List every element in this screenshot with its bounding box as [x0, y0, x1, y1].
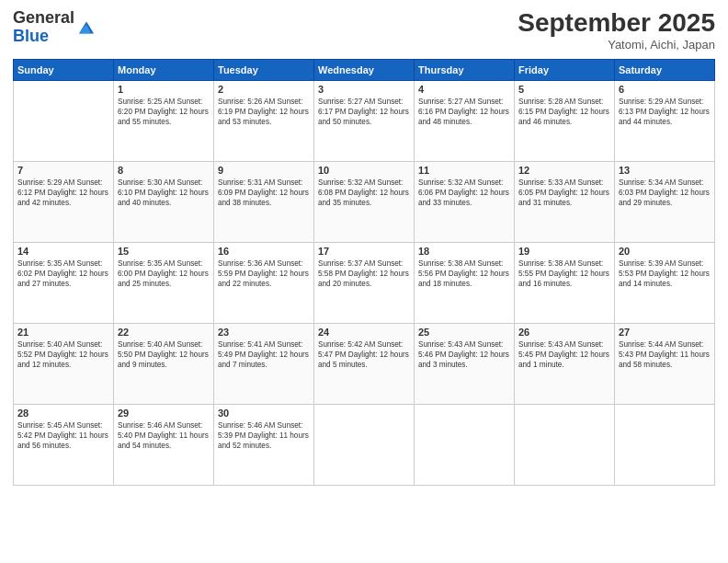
day-number: 16: [218, 246, 310, 257]
day-info: Sunrise: 5:38 AM Sunset: 5:55 PM Dayligh…: [518, 259, 610, 289]
day-info: Sunrise: 5:46 AM Sunset: 5:39 PM Dayligh…: [218, 420, 310, 451]
table-row: [314, 404, 415, 485]
calendar-week-row: 7Sunrise: 5:29 AM Sunset: 6:12 PM Daylig…: [14, 161, 715, 242]
table-row: 5Sunrise: 5:28 AM Sunset: 6:15 PM Daylig…: [515, 80, 615, 161]
day-number: 29: [118, 408, 210, 419]
day-number: 27: [619, 327, 711, 338]
day-info: Sunrise: 5:36 AM Sunset: 5:59 PM Dayligh…: [218, 259, 310, 289]
day-info: Sunrise: 5:35 AM Sunset: 6:00 PM Dayligh…: [118, 259, 210, 289]
calendar-table: Sunday Monday Tuesday Wednesday Thursday…: [13, 59, 715, 486]
day-info: Sunrise: 5:40 AM Sunset: 5:50 PM Dayligh…: [118, 339, 210, 370]
table-row: 29Sunrise: 5:46 AM Sunset: 5:40 PM Dayli…: [114, 404, 214, 485]
calendar-week-row: 28Sunrise: 5:45 AM Sunset: 5:42 PM Dayli…: [14, 404, 715, 485]
col-wednesday: Wednesday: [314, 59, 415, 80]
table-row: [515, 404, 615, 485]
title-block: September 2025 Yatomi, Aichi, Japan: [518, 9, 715, 52]
table-row: 10Sunrise: 5:32 AM Sunset: 6:08 PM Dayli…: [314, 161, 415, 242]
day-number: 1: [118, 84, 210, 95]
day-info: Sunrise: 5:32 AM Sunset: 6:08 PM Dayligh…: [318, 178, 410, 208]
table-row: 6Sunrise: 5:29 AM Sunset: 6:13 PM Daylig…: [615, 80, 715, 161]
table-row: 2Sunrise: 5:26 AM Sunset: 6:19 PM Daylig…: [214, 80, 314, 161]
table-row: 23Sunrise: 5:41 AM Sunset: 5:49 PM Dayli…: [214, 323, 314, 404]
col-monday: Monday: [114, 59, 214, 80]
day-number: 13: [619, 165, 711, 176]
day-number: 3: [318, 84, 410, 95]
table-row: 14Sunrise: 5:35 AM Sunset: 6:02 PM Dayli…: [14, 242, 114, 323]
table-row: 7Sunrise: 5:29 AM Sunset: 6:12 PM Daylig…: [14, 161, 114, 242]
day-number: 7: [17, 165, 109, 176]
calendar-header-row: Sunday Monday Tuesday Wednesday Thursday…: [14, 59, 715, 80]
day-number: 9: [218, 165, 310, 176]
table-row: [615, 404, 715, 485]
page-header: General Blue September 2025 Yatomi, Aich…: [13, 9, 715, 52]
day-number: 20: [619, 246, 711, 257]
logo-icon: [76, 17, 97, 38]
day-number: 26: [518, 327, 610, 338]
day-number: 2: [218, 84, 310, 95]
day-info: Sunrise: 5:46 AM Sunset: 5:40 PM Dayligh…: [118, 420, 210, 451]
day-info: Sunrise: 5:32 AM Sunset: 6:06 PM Dayligh…: [418, 178, 510, 208]
table-row: 17Sunrise: 5:37 AM Sunset: 5:58 PM Dayli…: [314, 242, 415, 323]
table-row: 30Sunrise: 5:46 AM Sunset: 5:39 PM Dayli…: [214, 404, 314, 485]
day-info: Sunrise: 5:43 AM Sunset: 5:46 PM Dayligh…: [418, 339, 510, 370]
table-row: [14, 80, 114, 161]
day-info: Sunrise: 5:30 AM Sunset: 6:10 PM Dayligh…: [118, 178, 210, 208]
day-number: 17: [318, 246, 410, 257]
table-row: 4Sunrise: 5:27 AM Sunset: 6:16 PM Daylig…: [415, 80, 515, 161]
day-number: 12: [518, 165, 610, 176]
table-row: 13Sunrise: 5:34 AM Sunset: 6:03 PM Dayli…: [615, 161, 715, 242]
col-sunday: Sunday: [14, 59, 114, 80]
table-row: 16Sunrise: 5:36 AM Sunset: 5:59 PM Dayli…: [214, 242, 314, 323]
day-info: Sunrise: 5:31 AM Sunset: 6:09 PM Dayligh…: [218, 178, 310, 208]
table-row: 9Sunrise: 5:31 AM Sunset: 6:09 PM Daylig…: [214, 161, 314, 242]
day-number: 23: [218, 327, 310, 338]
day-info: Sunrise: 5:27 AM Sunset: 6:16 PM Dayligh…: [418, 97, 510, 127]
day-number: 6: [619, 84, 711, 95]
table-row: 3Sunrise: 5:27 AM Sunset: 6:17 PM Daylig…: [314, 80, 415, 161]
day-info: Sunrise: 5:27 AM Sunset: 6:17 PM Dayligh…: [318, 97, 410, 127]
day-number: 8: [118, 165, 210, 176]
table-row: 22Sunrise: 5:40 AM Sunset: 5:50 PM Dayli…: [114, 323, 214, 404]
table-row: [415, 404, 515, 485]
day-info: Sunrise: 5:43 AM Sunset: 5:45 PM Dayligh…: [518, 339, 610, 370]
col-saturday: Saturday: [615, 59, 715, 80]
day-number: 28: [17, 408, 109, 419]
day-info: Sunrise: 5:40 AM Sunset: 5:52 PM Dayligh…: [17, 339, 109, 370]
table-row: 19Sunrise: 5:38 AM Sunset: 5:55 PM Dayli…: [515, 242, 615, 323]
day-number: 18: [418, 246, 510, 257]
day-info: Sunrise: 5:26 AM Sunset: 6:19 PM Dayligh…: [218, 97, 310, 127]
day-number: 22: [118, 327, 210, 338]
day-info: Sunrise: 5:37 AM Sunset: 5:58 PM Dayligh…: [318, 259, 410, 289]
location: Yatomi, Aichi, Japan: [518, 38, 715, 52]
day-info: Sunrise: 5:44 AM Sunset: 5:43 PM Dayligh…: [619, 339, 711, 370]
day-info: Sunrise: 5:25 AM Sunset: 6:20 PM Dayligh…: [118, 97, 210, 127]
day-number: 24: [318, 327, 410, 338]
logo: General Blue: [13, 9, 97, 46]
table-row: 18Sunrise: 5:38 AM Sunset: 5:56 PM Dayli…: [415, 242, 515, 323]
calendar-week-row: 14Sunrise: 5:35 AM Sunset: 6:02 PM Dayli…: [14, 242, 715, 323]
day-number: 15: [118, 246, 210, 257]
col-friday: Friday: [515, 59, 615, 80]
logo-blue-text: Blue: [13, 27, 49, 45]
logo-general-text: General: [13, 8, 74, 27]
day-info: Sunrise: 5:45 AM Sunset: 5:42 PM Dayligh…: [17, 420, 109, 451]
calendar-week-row: 1Sunrise: 5:25 AM Sunset: 6:20 PM Daylig…: [14, 80, 715, 161]
day-info: Sunrise: 5:42 AM Sunset: 5:47 PM Dayligh…: [318, 339, 410, 370]
day-info: Sunrise: 5:29 AM Sunset: 6:12 PM Dayligh…: [17, 178, 109, 208]
month-title: September 2025: [518, 9, 715, 38]
table-row: 12Sunrise: 5:33 AM Sunset: 6:05 PM Dayli…: [515, 161, 615, 242]
table-row: 1Sunrise: 5:25 AM Sunset: 6:20 PM Daylig…: [114, 80, 214, 161]
day-info: Sunrise: 5:39 AM Sunset: 5:53 PM Dayligh…: [619, 259, 711, 289]
day-number: 19: [518, 246, 610, 257]
day-info: Sunrise: 5:38 AM Sunset: 5:56 PM Dayligh…: [418, 259, 510, 289]
col-tuesday: Tuesday: [214, 59, 314, 80]
day-info: Sunrise: 5:28 AM Sunset: 6:15 PM Dayligh…: [518, 97, 610, 127]
table-row: 11Sunrise: 5:32 AM Sunset: 6:06 PM Dayli…: [415, 161, 515, 242]
calendar-week-row: 21Sunrise: 5:40 AM Sunset: 5:52 PM Dayli…: [14, 323, 715, 404]
day-info: Sunrise: 5:29 AM Sunset: 6:13 PM Dayligh…: [619, 97, 711, 127]
day-info: Sunrise: 5:34 AM Sunset: 6:03 PM Dayligh…: [619, 178, 711, 208]
day-number: 30: [218, 408, 310, 419]
day-info: Sunrise: 5:41 AM Sunset: 5:49 PM Dayligh…: [218, 339, 310, 370]
day-number: 10: [318, 165, 410, 176]
table-row: 28Sunrise: 5:45 AM Sunset: 5:42 PM Dayli…: [14, 404, 114, 485]
